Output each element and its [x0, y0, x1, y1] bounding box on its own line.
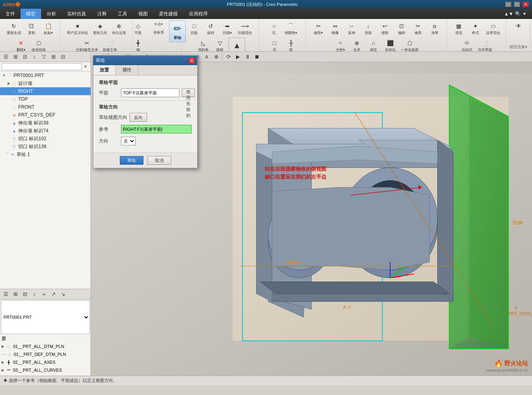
ribbon-btn-divide[interactable]: ÷ 分割▾ — [332, 38, 348, 51]
ribbon-btn-free[interactable]: ♾ 自由式 — [459, 38, 475, 51]
vp-repaint-btn[interactable]: ⟳ — [224, 53, 233, 61]
ribbon-btn-chamfer2[interactable]: ◺ 倒斜角 — [195, 38, 211, 51]
layer-item-01def[interactable]: — ◇ 01__PRT_DEF_DTM_PLN — [0, 350, 91, 358]
maximize-button[interactable]: □ — [514, 2, 520, 7]
menu-annotate[interactable]: 注释 — [92, 9, 112, 19]
ribbon-btn-copygeom[interactable]: ◈ 复制几何 — [91, 21, 109, 37]
ribbon-btn-split[interactable]: ✂ 分割/修剪主体 — [74, 38, 100, 51]
dialog-tab-placement[interactable]: 放置 — [93, 65, 116, 75]
ribbon-btn-paste[interactable]: 📋 粘贴▾ — [40, 21, 56, 37]
panel-tb-grid[interactable]: ⊞ — [11, 53, 20, 61]
ribbon-btn-scan[interactable]: ➡ 扫描▾ — [219, 21, 235, 37]
ribbon-btn-style[interactable]: ✦ 样式 — [468, 21, 483, 37]
tree-item-extrude74[interactable]: ▲ 伸出项 标识74 — [0, 127, 91, 135]
vp-stop-btn[interactable]: ⏹ — [253, 53, 261, 61]
menu-file[interactable]: 文件 — [0, 9, 21, 19]
layer-tb-btn5[interactable]: » — [40, 290, 48, 299]
ribbon-btn-draft[interactable]: ▽ 拔模 — [212, 38, 228, 51]
panel-tb-sort[interactable]: ↕ — [30, 53, 39, 61]
layer-tb-btn7[interactable]: ↘ — [58, 290, 67, 299]
dialog-titlebar[interactable]: 草绘 ✕ — [93, 56, 197, 65]
ref-input[interactable] — [121, 125, 192, 134]
ribbon-btn-fill[interactable]: ▦ 填充 — [451, 21, 467, 37]
tree-item-front[interactable]: ◇ FRONT — [0, 103, 91, 111]
menu-model[interactable]: 模型 — [21, 9, 41, 19]
plane-input[interactable] — [121, 88, 179, 97]
layer-item-04pnt[interactable]: ▶ • 04__PRT_ALL_DTM_PNT — [0, 374, 91, 376]
ribbon-btn-modelview[interactable]: 👁 — [511, 21, 526, 32]
ribbon-btn-point[interactable]: ✳点▾ — [149, 21, 168, 28]
vp-play-btn[interactable]: ▶ — [234, 53, 242, 61]
layer-dropdown[interactable]: PRT0001.PRT — [1, 300, 90, 334]
ribbon-btn-old[interactable]: □ 旧版 — [186, 21, 202, 37]
ribbon-btn-thicken[interactable]: ⧈ 加厚 — [427, 21, 443, 37]
ribbon-btn-delete[interactable]: ✕ 删除▾ — [13, 38, 29, 51]
vp-pause-btn[interactable]: ⏸ — [243, 53, 252, 61]
ribbon-btn-extend[interactable]: ↔ 延伸 — [344, 21, 360, 37]
ribbon-btn-userdefine[interactable]: ★ 用户定义特征 — [65, 21, 90, 37]
ribbon-btn-offset[interactable]: ⊡ 偏移 — [394, 21, 409, 37]
ribbon-btn-move-remove[interactable]: ↩ 移除 — [377, 21, 393, 37]
dialog-close-button[interactable]: ✕ — [189, 57, 195, 64]
menu-realtime[interactable]: 实时仿真 — [62, 9, 92, 19]
ribbon-btn-mirror[interactable]: ⇔ 镜像 — [327, 21, 343, 37]
tree-item-sketch1[interactable]: ⌒ ✏ 草绘 1 — [0, 150, 91, 158]
tree-item-prt0001[interactable]: ▼ 📄 PRT0001.PRT — [0, 71, 91, 79]
dialog-tab-props[interactable]: 属性 — [116, 65, 138, 75]
tree-item-right[interactable]: ◇ RIGHT — [0, 87, 91, 95]
ribbon-btn-extrude[interactable]: ▲ 拉伸 — [228, 38, 245, 51]
ribbon-btn-solidify[interactable]: ⬛ 实体化 — [382, 38, 398, 51]
panel-tb-columns[interactable]: ⊟ — [58, 53, 67, 61]
search-clear-button[interactable]: ✕ — [82, 63, 89, 70]
tree-search-input[interactable] — [2, 63, 82, 70]
ribbon-btn-unify[interactable]: ⬡ 一体化曲面 — [399, 38, 421, 51]
layer-tb-btn4[interactable]: ↕ — [30, 290, 39, 299]
layer-item-03curves[interactable]: ▶ 〜 03__PRT_ALL_CURVES — [0, 366, 91, 374]
layer-item-02axes[interactable]: ▶ ╋ 02__PRT_ALL_AXES — [0, 358, 91, 366]
ribbon-btn-revolve[interactable]: ↺ 旋转 — [203, 21, 219, 37]
tree-item-csys[interactable]: ⊕ PRT_CSYS_DEF — [0, 111, 91, 119]
layer-tb-btn1[interactable]: ☰ — [2, 290, 10, 299]
minimize-button[interactable]: ─ — [505, 2, 511, 7]
ribbon-btn-boundary[interactable]: ⬭ 边界混合 — [484, 21, 502, 37]
tree-item-cut139[interactable]: ▽ 切口 标识139 — [0, 143, 91, 150]
dir-select[interactable]: 左 右 上 下 — [121, 137, 136, 145]
tree-item-top[interactable]: ◇ TOP — [0, 95, 91, 103]
ribbon-btn-boolean[interactable]: ⊕ 布尔运算 — [110, 21, 128, 37]
ribbon-btn-fillet[interactable]: ⌒ 倒圆角▾ — [283, 21, 299, 37]
vp-spin-btn[interactable]: ⊕ — [212, 53, 221, 61]
ribbon-btn-axis[interactable]: ╋ 轴 — [128, 38, 148, 51]
use-prev-button[interactable]: 使用先前的 — [182, 88, 195, 97]
ribbon-btn-shell[interactable]: □ 壳 — [266, 38, 282, 51]
ribbon-btn-elem[interactable]: ⬜ 元件界面 — [476, 38, 494, 51]
panel-tb-filter[interactable]: ▽ — [40, 53, 48, 61]
ribbon-btn-copy[interactable]: ⿻ 复制 — [24, 21, 40, 37]
ribbon-btn-newbody[interactable]: ⬜ 新建主体 — [101, 38, 119, 51]
ribbon-btn-collect[interactable]: ⬡ 收缩包络 — [30, 38, 48, 51]
tree-item-extrude39[interactable]: ▲ 伸出项 标识39 — [0, 119, 91, 127]
flip-button[interactable]: 反向 — [130, 113, 147, 122]
ribbon-btn-merge[interactable]: ⊕ 合并 — [349, 38, 365, 51]
sketch-cancel-button[interactable]: 取消 — [147, 156, 171, 165]
ribbon-btn-coord[interactable]: 坐标系 — [149, 29, 168, 36]
layer-item-01all[interactable]: ▶ ◇ 01__PRT_ALL_DTM_PLN — [0, 342, 91, 350]
ribbon-btn-repair[interactable]: ✂ 修剪 — [410, 21, 426, 37]
ribbon-btn-rib[interactable]: ╫ 筋 — [283, 38, 299, 51]
sketch-ok-button[interactable]: 草绘 — [120, 156, 143, 165]
menu-tools[interactable]: 工具 — [112, 9, 133, 19]
layer-tb-btn3[interactable]: ⊟ — [21, 290, 29, 299]
ribbon-btn-intersect[interactable]: ∩ 相交 — [366, 38, 381, 51]
layer-tb-btn2[interactable]: ⊞ — [11, 290, 20, 299]
ribbon-btn-plane[interactable]: ◇ 平面 — [128, 21, 148, 37]
layer-tb-btn6[interactable]: ↗ — [49, 290, 58, 299]
menu-apps[interactable]: 应用程序 — [183, 9, 213, 19]
ribbon-btn-trim[interactable]: ✂ 修剪▾ — [311, 21, 326, 37]
ribbon-btn-scanmix[interactable]: ⟿ 扫描混合 — [236, 21, 254, 37]
close-button[interactable]: ✕ — [523, 2, 529, 7]
panel-tb-grid2[interactable]: ⊟ — [21, 53, 29, 61]
menu-flexible[interactable]: 柔性建模 — [153, 9, 183, 19]
ribbon-btn-project[interactable]: ↓ 投影 — [360, 21, 376, 37]
menu-analysis[interactable]: 分析 — [41, 9, 62, 19]
ribbon-btn-hole[interactable]: ○ 孔 — [266, 21, 282, 37]
ribbon-btn-regenrate[interactable]: ↻ 重新生成 — [5, 21, 23, 37]
